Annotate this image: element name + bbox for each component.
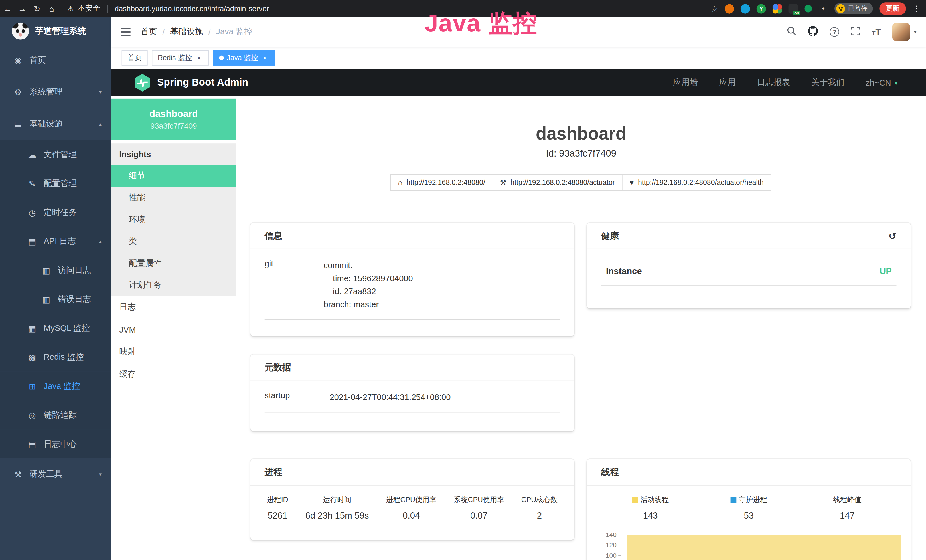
sidebar-item-infrastructure[interactable]: ▤基础设施▴ xyxy=(0,108,111,140)
sba-menu-mappings[interactable]: 映射 xyxy=(111,341,236,363)
hamburger-icon[interactable] xyxy=(111,27,141,36)
sidebar-item-error-log[interactable]: ▥错误日志 xyxy=(0,285,111,313)
extension-orange-icon[interactable] xyxy=(725,4,734,13)
tag-redis-monitor[interactable]: Redis 监控× xyxy=(152,50,209,66)
security-label[interactable]: 不安全 xyxy=(78,3,100,14)
sba-menu-logs[interactable]: 日志 xyxy=(111,296,236,318)
sba-menu-config-props[interactable]: 配置属性 xyxy=(111,252,236,274)
bookmark-star-icon[interactable]: ☆ xyxy=(711,4,718,13)
extension-drop-icon[interactable] xyxy=(741,4,750,13)
home-button[interactable]: ⌂ xyxy=(44,4,59,13)
sba-nav-about[interactable]: 关于我们 xyxy=(811,77,844,88)
cloud-icon: ☁ xyxy=(27,150,37,159)
sba-nav-applications[interactable]: 应用 xyxy=(719,77,736,88)
sba-menu-classes[interactable]: 类 xyxy=(111,230,236,253)
sba-nav-wallboard[interactable]: 应用墙 xyxy=(673,77,698,88)
workspace: 首页 / 基础设施 / Java 监控 ? TT xyxy=(111,17,926,560)
sidebar-item-redis-monitor[interactable]: ▩Redis 监控 xyxy=(0,343,111,371)
sba-menu-jvm[interactable]: JVM xyxy=(111,318,236,341)
page-title: dashboard xyxy=(236,124,926,144)
info-value: commit: time: 1596289704000 id: 27aa832 … xyxy=(324,259,413,311)
y-axis-tick: 120 xyxy=(601,541,621,548)
sidebar-item-java-monitor[interactable]: ⊞Java 监控 xyxy=(0,372,111,401)
legend-daemon-threads: 守护进程 53 xyxy=(699,495,798,520)
sba-brand: Spring Boot Admin xyxy=(157,77,248,88)
forward-button[interactable]: → xyxy=(15,4,30,13)
metadata-key: startup xyxy=(265,390,330,404)
extension-leaf-icon[interactable] xyxy=(804,5,812,12)
history-icon[interactable]: ↺ xyxy=(889,230,897,241)
sidebar-item-home[interactable]: ◉首页 xyxy=(0,44,111,76)
sidebar-item-log-center[interactable]: ▤日志中心 xyxy=(0,429,111,458)
info-key: git xyxy=(265,259,324,311)
sba-menu-environment[interactable]: 环境 xyxy=(111,209,236,230)
back-button[interactable]: ← xyxy=(0,4,15,13)
fullscreen-icon[interactable] xyxy=(851,26,860,37)
link-base-url[interactable]: ⌂http://192.168.0.2:48080/ xyxy=(390,174,493,191)
sidebar-item-files[interactable]: ☁文件管理 xyxy=(0,140,111,169)
health-icon: ♥ xyxy=(630,178,634,186)
wrench-icon: ⚒ xyxy=(500,178,506,186)
sba-hexagon-icon xyxy=(135,74,150,92)
sidebar-item-dev-tools[interactable]: ⚒研发工具▾ xyxy=(0,459,111,490)
extension-switch-icon[interactable]: on xyxy=(788,4,798,13)
update-button[interactable]: 更新 xyxy=(879,2,906,15)
extension-grid-icon[interactable] xyxy=(773,4,782,13)
url-text[interactable]: dashboard.yudao.iocoder.cn/infra/admin-s… xyxy=(115,5,269,13)
layers-icon: ▩ xyxy=(27,352,37,362)
sba-nav-journal[interactable]: 日志报表 xyxy=(757,77,790,88)
paused-badge[interactable]: 已暂停 xyxy=(834,3,873,14)
extension-dark-icon[interactable]: ✦ xyxy=(819,4,828,13)
log-icon: ▥ xyxy=(41,294,51,304)
tag-java-monitor[interactable]: Java 监控× xyxy=(213,50,275,66)
browser-window: ← → ↻ ⌂ ⚠ 不安全 dashboard.yudao.iocoder.cn… xyxy=(0,0,926,560)
user-avatar xyxy=(893,23,910,41)
process-card-title: 进程 xyxy=(250,459,574,486)
reload-button[interactable]: ↻ xyxy=(30,4,44,13)
address-bar[interactable]: ⚠ 不安全 dashboard.yudao.iocoder.cn/infra/a… xyxy=(67,3,269,14)
sba-menu-metrics[interactable]: 性能 xyxy=(111,186,236,209)
chevron-down-icon: ▾ xyxy=(914,29,916,35)
breadcrumb-home[interactable]: 首页 xyxy=(141,27,157,37)
font-size-icon[interactable]: TT xyxy=(872,27,881,37)
metadata-row-startup: startup 2021-04-27T00:44:31.254+08:00 xyxy=(265,390,560,413)
instance-links: ⌂http://192.168.0.2:48080/ ⚒http://192.1… xyxy=(236,174,926,191)
browser-menu-button[interactable]: ⋮ xyxy=(912,4,920,13)
breadcrumb-infrastructure[interactable]: 基础设施 xyxy=(170,27,203,37)
link-health-url[interactable]: ♥http://192.168.0.2:48080/actuator/healt… xyxy=(622,174,772,191)
threads-card-title: 线程 xyxy=(587,459,911,486)
sidebar-item-api-log[interactable]: ▤API 日志▴ xyxy=(0,227,111,256)
dashboard-icon: ◉ xyxy=(13,56,23,65)
app-title: 芋道管理系统 xyxy=(35,25,86,36)
tag-home[interactable]: 首页 xyxy=(122,50,148,66)
sba-instance-header[interactable]: dashboard 93a3fc7f7409 xyxy=(111,99,236,140)
sidebar-item-tracing[interactable]: ◎链路追踪 xyxy=(0,401,111,429)
stat-system-cpu: 系统CPU使用率0.07 xyxy=(454,495,504,520)
sba-menu-details[interactable]: 细节 xyxy=(111,165,236,187)
sba-menu-scheduled-tasks[interactable]: 计划任务 xyxy=(111,274,236,296)
sidebar-item-system[interactable]: ⚙系统管理▾ xyxy=(0,76,111,108)
sidebar-item-access-log[interactable]: ▥访问日志 xyxy=(0,256,111,285)
link-actuator-url[interactable]: ⚒http://192.168.0.2:48080/actuator xyxy=(492,174,623,191)
close-icon[interactable]: × xyxy=(195,54,203,62)
user-menu[interactable]: ▾ xyxy=(893,23,917,41)
legend-live-threads: 活动线程 143 xyxy=(601,495,699,520)
search-icon[interactable] xyxy=(787,26,796,38)
help-icon[interactable]: ? xyxy=(830,27,839,36)
close-icon[interactable]: × xyxy=(261,54,269,62)
document-icon: ▤ xyxy=(27,439,37,449)
extension-green-icon[interactable]: Y xyxy=(757,4,766,13)
sba-logo[interactable]: Spring Boot Admin xyxy=(135,74,248,92)
sba-language-select[interactable]: zh~CN ▾ xyxy=(865,78,897,87)
stat-process-cpu: 进程CPU使用率0.04 xyxy=(386,495,437,520)
sidebar-item-config[interactable]: ✎配置管理 xyxy=(0,169,111,198)
annotation-java-monitor: Java 监控 xyxy=(425,7,538,40)
github-icon[interactable] xyxy=(808,26,818,38)
legend-peak-threads: 线程峰值 147 xyxy=(798,495,896,520)
sidebar-item-mysql-monitor[interactable]: ▦MySQL 监控 xyxy=(0,314,111,343)
sidebar-item-jobs[interactable]: ◷定时任务 xyxy=(0,198,111,227)
stat-pid: 进程ID5261 xyxy=(267,495,288,520)
sba-menu-caches[interactable]: 缓存 xyxy=(111,363,236,386)
stat-cpu-cores: CPU核心数2 xyxy=(521,495,558,520)
instance-name: dashboard xyxy=(150,108,198,119)
